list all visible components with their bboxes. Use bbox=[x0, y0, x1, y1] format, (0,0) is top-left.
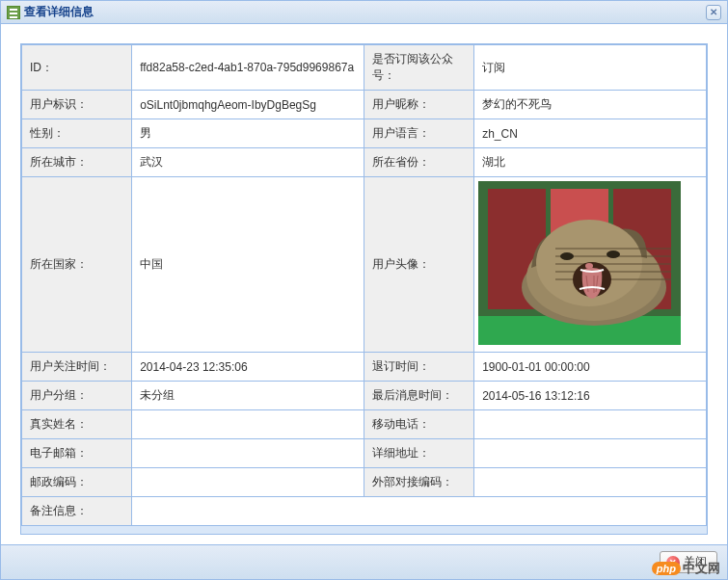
svg-point-8 bbox=[560, 252, 574, 260]
watermark-badge: php bbox=[652, 562, 681, 575]
label-remark: 备注信息： bbox=[22, 497, 132, 526]
table-row: 用户标识： oSiLnt0jbmqhgAeom-IbyDgBegSg 用户昵称：… bbox=[22, 91, 707, 119]
table-row: 电子邮箱： 详细地址： bbox=[22, 439, 707, 468]
value-avatar bbox=[474, 177, 707, 353]
dialog-window: 查看详细信息 ✕ ID： ffd82a58-c2ed-4ab1-870a-795… bbox=[0, 0, 728, 580]
value-remark bbox=[132, 497, 707, 526]
label-real-name: 真实姓名： bbox=[22, 410, 132, 439]
table-row: 所在国家： 中国 用户头像： bbox=[22, 177, 707, 353]
label-language: 用户语言： bbox=[364, 119, 473, 148]
watermark: php 中文网 bbox=[652, 560, 720, 577]
value-province: 湖北 bbox=[474, 148, 707, 177]
label-nickname: 用户昵称： bbox=[364, 91, 473, 119]
detail-table: ID： ffd82a58-c2ed-4ab1-870a-795d9969867a… bbox=[21, 44, 707, 526]
label-address: 详细地址： bbox=[364, 439, 473, 468]
label-avatar: 用户头像： bbox=[364, 177, 473, 353]
window-title: 查看详细信息 bbox=[24, 4, 94, 20]
value-address bbox=[474, 439, 707, 468]
label-last-msg-time: 最后消息时间： bbox=[364, 382, 473, 410]
value-email bbox=[132, 439, 364, 468]
value-language: zh_CN bbox=[474, 119, 707, 148]
value-mobile bbox=[474, 410, 707, 439]
value-unsubscribe-time: 1900-01-01 00:00:00 bbox=[474, 353, 707, 382]
value-city: 武汉 bbox=[132, 148, 364, 177]
label-city: 所在城市： bbox=[22, 148, 132, 177]
content-area: ID： ffd82a58-c2ed-4ab1-870a-795d9969867a… bbox=[1, 24, 727, 544]
value-gender: 男 bbox=[132, 119, 364, 148]
value-last-msg-time: 2014-05-16 13:12:16 bbox=[474, 382, 707, 410]
value-subscribe-time: 2014-04-23 12:35:06 bbox=[132, 353, 364, 382]
titlebar: 查看详细信息 ✕ bbox=[1, 1, 727, 24]
titlebar-left: 查看详细信息 bbox=[7, 4, 94, 20]
value-subscribed: 订阅 bbox=[474, 45, 707, 91]
value-openid: oSiLnt0jbmqhgAeom-IbyDgBegSg bbox=[132, 91, 364, 119]
label-external-code: 外部对接编码： bbox=[364, 468, 473, 497]
label-group: 用户分组： bbox=[22, 382, 132, 410]
svg-point-9 bbox=[607, 250, 620, 258]
detail-panel: ID： ffd82a58-c2ed-4ab1-870a-795d9969867a… bbox=[20, 43, 708, 535]
svg-point-11 bbox=[585, 263, 593, 269]
value-nickname: 梦幻的不死鸟 bbox=[474, 91, 707, 119]
label-subscribe-time: 用户关注时间： bbox=[22, 353, 132, 382]
table-row: 用户分组： 未分组 最后消息时间： 2014-05-16 13:12:16 bbox=[22, 382, 707, 410]
avatar-image bbox=[478, 181, 681, 345]
table-row: 用户关注时间： 2014-04-23 12:35:06 退订时间： 1900-0… bbox=[22, 353, 707, 382]
label-subscribed: 是否订阅该公众号： bbox=[364, 45, 473, 91]
label-openid: 用户标识： bbox=[22, 91, 132, 119]
table-row: 所在城市： 武汉 所在省份： 湖北 bbox=[22, 148, 707, 177]
label-id: ID： bbox=[22, 45, 132, 91]
footer: ✕ 关闭 bbox=[1, 544, 727, 579]
value-country: 中国 bbox=[132, 177, 364, 353]
value-postcode bbox=[132, 468, 364, 497]
table-row: ID： ffd82a58-c2ed-4ab1-870a-795d9969867a… bbox=[22, 45, 707, 91]
table-row: 真实姓名： 移动电话： bbox=[22, 410, 707, 439]
table-row: 备注信息： bbox=[22, 497, 707, 526]
label-email: 电子邮箱： bbox=[22, 439, 132, 468]
label-country: 所在国家： bbox=[22, 177, 132, 353]
table-row: 邮政编码： 外部对接编码： bbox=[22, 468, 707, 497]
watermark-text: 中文网 bbox=[683, 560, 720, 577]
detail-icon bbox=[7, 6, 20, 19]
value-real-name bbox=[132, 410, 364, 439]
table-row: 性别： 男 用户语言： zh_CN bbox=[22, 119, 707, 148]
value-group: 未分组 bbox=[132, 382, 364, 410]
label-gender: 性别： bbox=[22, 119, 132, 148]
label-postcode: 邮政编码： bbox=[22, 468, 132, 497]
label-province: 所在省份： bbox=[364, 148, 473, 177]
label-mobile: 移动电话： bbox=[364, 410, 473, 439]
value-external-code bbox=[474, 468, 707, 497]
value-id: ffd82a58-c2ed-4ab1-870a-795d9969867a bbox=[132, 45, 364, 91]
close-icon[interactable]: ✕ bbox=[706, 5, 721, 20]
label-unsubscribe-time: 退订时间： bbox=[364, 353, 473, 382]
